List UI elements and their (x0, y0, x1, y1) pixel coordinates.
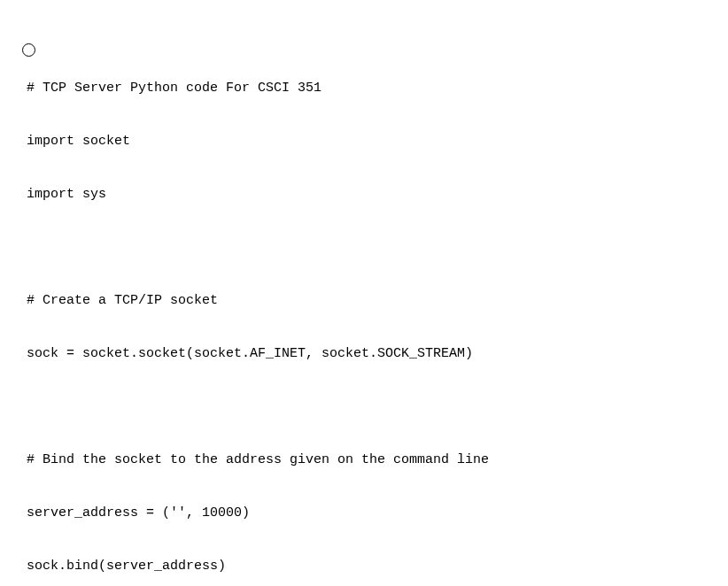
hand-drawn-circle-annotation (22, 43, 35, 57)
code-line (27, 239, 728, 257)
code-line: server_address = ('', 10000) (27, 505, 728, 522)
code-line: # TCP Server Python code For CSCI 351 (27, 80, 728, 97)
code-line (27, 398, 728, 416)
code-document: # TCP Server Python code For CSCI 351 im… (0, 0, 728, 586)
code-line: import socket (27, 133, 728, 150)
code-line: # Create a TCP/IP socket (27, 292, 728, 310)
code-line: import sys (27, 186, 728, 204)
code-line: sock = socket.socket(socket.AF_INET, soc… (27, 345, 728, 363)
code-line: sock.bind(server_address) (27, 558, 728, 575)
code-line: # Bind the socket to the address given o… (27, 451, 728, 469)
